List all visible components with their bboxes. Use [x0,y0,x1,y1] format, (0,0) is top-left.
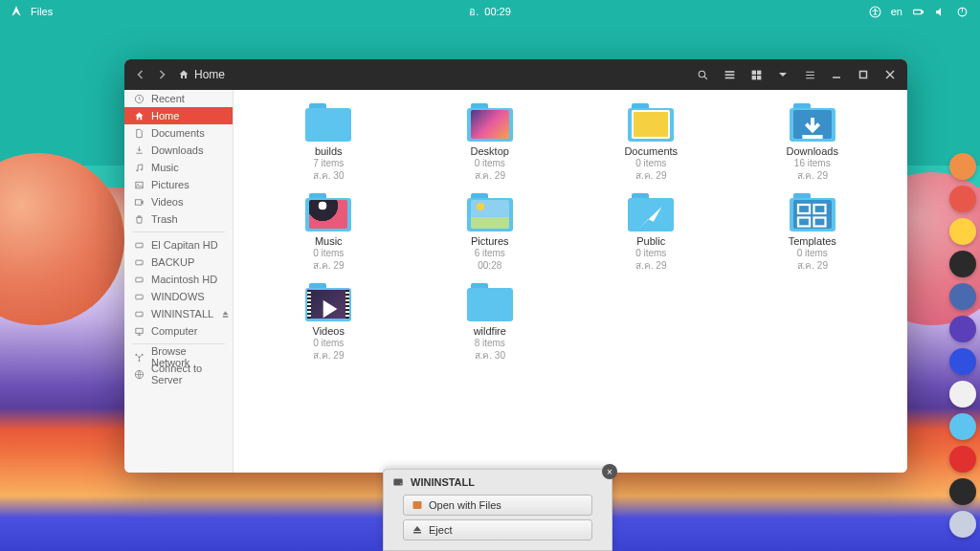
home-icon [178,69,189,80]
sidebar-item-videos[interactable]: Videos [124,193,233,210]
dock-app-2[interactable] [949,218,976,245]
sidebar-item-downloads[interactable]: Downloads [124,142,233,159]
view-grid-button[interactable] [745,63,768,86]
dock-app-9[interactable] [949,446,976,473]
sidebar-item-label: Trash [151,213,178,225]
svg-point-49 [400,483,401,484]
home-icon [134,111,145,121]
sidebar-item-label: WINDOWS [151,291,205,302]
dock-app-6[interactable] [949,348,976,375]
keyboard-layout[interactable]: en [891,6,902,17]
sidebar-item-label: Downloads [151,144,203,156]
eject-button[interactable]: Eject [403,519,592,540]
folder-date: ส.ค. 29 [797,259,828,272]
minimize-button[interactable] [825,63,848,86]
folder-date: ส.ค. 29 [313,259,344,272]
folder-pictures[interactable]: Pictures6 items00:28 [414,193,567,272]
folder-icon [467,193,513,231]
svg-point-6 [699,71,705,77]
svg-rect-50 [413,501,422,509]
folder-item-count: 0 items [313,247,344,259]
folder-builds[interactable]: builds7 itemsส.ค. 30 [253,103,405,182]
folder-desktop[interactable]: Desktop0 itemsส.ค. 29 [414,103,567,182]
clock-time[interactable]: 00:29 [484,6,511,17]
breadcrumb[interactable]: Home [178,68,225,81]
sidebar-item-label: El Capitan HD [151,239,218,251]
sidebar-item-computer[interactable]: Computer [124,322,233,340]
view-dropdown-button[interactable] [771,63,794,86]
trash-icon [134,214,145,225]
sidebar-item-backup[interactable]: BACKUP [124,253,233,271]
forward-button[interactable] [151,64,172,85]
hamburger-menu-button[interactable] [798,63,821,86]
folder-label: builds [315,145,343,157]
svg-rect-46 [798,218,810,227]
dock [947,153,978,538]
folder-videos[interactable]: Videos0 itemsส.ค. 29 [253,283,405,362]
active-app-name[interactable]: Files [31,6,53,17]
folder-templates[interactable]: Templates0 itemsส.ค. 29 [737,193,889,272]
arch-logo-icon[interactable] [10,5,23,18]
dock-app-1[interactable] [949,186,976,212]
svg-point-23 [136,169,138,171]
accessibility-icon[interactable] [869,6,881,18]
dock-app-5[interactable] [949,316,976,342]
folder-public[interactable]: Public0 itemsส.ค. 29 [575,193,727,272]
svg-point-29 [141,245,142,246]
eject-icon [412,524,423,536]
power-icon[interactable] [956,6,969,18]
dock-app-4[interactable] [949,283,976,310]
folder-item-count: 8 items [475,337,505,349]
volume-icon[interactable] [934,6,947,18]
sidebar-item-home[interactable]: Home [124,107,233,124]
sidebar-item-el-capitan-hd[interactable]: El Capitan HD [124,236,233,253]
dock-app-7[interactable] [949,381,976,408]
sidebar-item-connect-to-server[interactable]: Connect to Server [124,365,233,383]
close-button[interactable] [879,63,902,86]
sidebar-item-recent[interactable]: Recent [124,90,233,107]
svg-rect-44 [798,205,810,213]
sidebar-item-trash[interactable]: Trash [124,210,233,228]
sidebar-item-documents[interactable]: Documents [124,124,233,142]
window-titlebar[interactable]: Home [124,59,907,90]
folder-music[interactable]: Music0 itemsส.ค. 29 [253,193,405,272]
dock-app-3[interactable] [949,251,976,277]
battery-icon[interactable] [912,6,924,18]
dock-app-8[interactable] [949,413,976,440]
sidebar-item-label: Documents [151,127,205,139]
dock-app-10[interactable] [949,478,976,505]
folder-label: Videos [313,325,345,337]
folder-label: Public [636,235,665,247]
search-button[interactable] [691,63,714,86]
hdd-icon [134,275,145,285]
sidebar-item-label: Music [151,162,179,173]
dock-app-11[interactable] [949,511,976,538]
svg-rect-45 [813,205,825,213]
sidebar-item-macintosh-hd[interactable]: Macintosh HD [124,271,233,288]
sidebar-item-wininstall[interactable]: WININSTALL [124,305,233,322]
doc-icon [134,128,145,139]
sidebar-item-music[interactable]: Music [124,159,233,176]
folder-label: Downloads [787,145,838,157]
folder-date: 00:28 [478,259,501,272]
sidebar-item-windows[interactable]: WINDOWS [124,288,233,305]
dock-app-0[interactable] [949,153,976,180]
sidebar-item-pictures[interactable]: Pictures [124,176,233,193]
folder-documents[interactable]: Documents0 itemsส.ค. 29 [575,103,727,182]
maximize-button[interactable] [852,63,875,86]
sidebar-divider [132,231,225,232]
open-with-files-button[interactable]: Open with Files [403,495,592,516]
back-button[interactable] [130,64,151,85]
folder-label: Pictures [471,235,509,247]
svg-rect-19 [860,72,867,78]
folder-downloads[interactable]: Downloads16 itemsส.ค. 29 [737,103,889,182]
view-list-button[interactable] [718,63,741,86]
sidebar-item-label: Pictures [151,179,189,190]
clock-prefix[interactable]: อ. [469,3,479,20]
sidebar: RecentHomeDocumentsDownloadsMusicPicture… [124,90,234,473]
folder-label: Templates [789,235,836,247]
eject-icon[interactable] [220,309,231,320]
folder-wildfire[interactable]: wildfire8 itemsส.ค. 30 [414,283,567,362]
folder-label: Desktop [471,145,509,157]
folder-item-count: 0 items [635,157,666,169]
